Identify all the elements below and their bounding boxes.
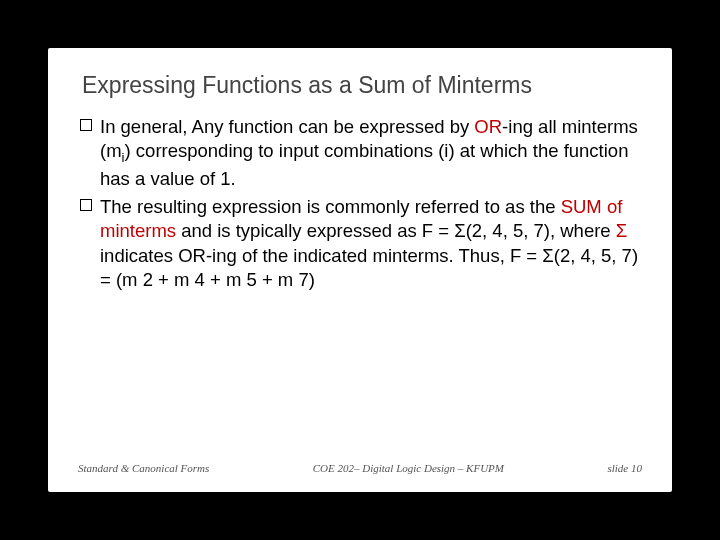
body-text: and is typically expressed as F = Σ(2, 4…	[176, 220, 616, 241]
footer-center: COE 202– Digital Logic Design – KFUPM	[209, 462, 607, 474]
bullet-item: In general, Any function can be expresse…	[78, 115, 642, 191]
bullet-item: The resulting expression is commonly ref…	[78, 195, 642, 293]
highlight-text: Σ	[616, 220, 627, 241]
slide: Expressing Functions as a Sum of Minterm…	[48, 48, 672, 492]
slide-content: In general, Any function can be expresse…	[78, 115, 642, 454]
square-bullet-icon	[80, 119, 92, 131]
slide-title: Expressing Functions as a Sum of Minterm…	[82, 72, 642, 99]
body-text: In general, Any function can be expresse…	[100, 116, 474, 137]
body-text: indicates OR-ing of the indicated minter…	[100, 245, 638, 290]
footer-right: slide 10	[607, 462, 642, 474]
slide-footer: Standard & Canonical Forms COE 202– Digi…	[78, 462, 642, 474]
square-bullet-icon	[80, 199, 92, 211]
footer-left: Standard & Canonical Forms	[78, 462, 209, 474]
body-text: ) corresponding to input combinations (i…	[100, 140, 628, 188]
body-text: The resulting expression is commonly ref…	[100, 196, 561, 217]
highlight-text: OR	[474, 116, 502, 137]
